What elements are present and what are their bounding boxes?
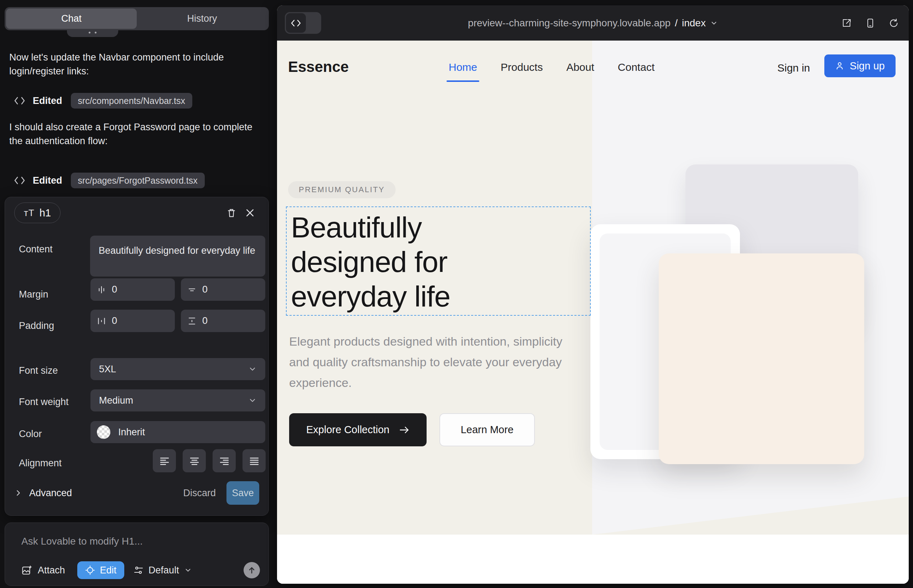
chevron-down-icon — [248, 396, 257, 405]
attach-label: Attach — [38, 565, 65, 576]
url-domain: preview--charming-site-symphony.lovable.… — [468, 18, 670, 29]
content-input[interactable]: Beautifully designed for everyday life — [90, 236, 265, 276]
cta-primary-label: Explore Collection — [306, 424, 390, 436]
open-in-new-tab-button[interactable] — [839, 15, 855, 31]
color-label: Color — [19, 428, 42, 439]
arrow-right-icon — [399, 425, 410, 435]
margin-x-input[interactable]: 0 — [91, 278, 175, 301]
composer-toolbar: Attach Edit Default — [17, 561, 260, 579]
align-center-button[interactable] — [183, 449, 206, 472]
align-left-button[interactable] — [153, 449, 176, 472]
explore-collection-button[interactable]: Explore Collection — [289, 413, 427, 446]
site-navbar: Essence Home Products About Contact Sign… — [277, 40, 909, 94]
chat-history-tabbar: Chat History — [5, 7, 269, 30]
premium-quality-badge: PREMIUM QUALITY — [288, 181, 396, 198]
color-value: Inherit — [118, 427, 145, 438]
tab-chat[interactable]: Chat — [6, 8, 137, 29]
align-right-button[interactable] — [212, 449, 236, 472]
sliders-icon — [134, 565, 144, 575]
font-weight-value: Medium — [99, 395, 133, 406]
app-root: Chat History Now let's update the Navbar… — [0, 0, 913, 588]
align-justify-button[interactable] — [243, 449, 265, 472]
align-center-icon — [189, 456, 200, 466]
nav-link-contact[interactable]: Contact — [618, 61, 654, 73]
signup-button[interactable]: Sign up — [824, 55, 895, 77]
padding-vertical-icon — [187, 317, 197, 326]
alignment-group — [153, 449, 265, 472]
margin-y-value: 0 — [202, 284, 207, 295]
advanced-toggle[interactable]: Advanced — [14, 488, 72, 499]
url-separator: / — [675, 18, 678, 29]
chat-input[interactable]: Ask Lovable to modify H1... — [21, 536, 252, 547]
preview-url[interactable]: preview--charming-site-symphony.lovable.… — [277, 5, 909, 40]
margin-y-input[interactable]: 0 — [181, 278, 265, 301]
discard-button[interactable]: Discard — [172, 488, 227, 499]
align-justify-icon — [249, 456, 260, 466]
margin-horizontal-icon — [97, 285, 106, 294]
site-logo[interactable]: Essence — [288, 58, 349, 76]
selected-element-pill[interactable]: тT h1 — [14, 202, 60, 223]
font-weight-select[interactable]: Medium — [91, 389, 265, 412]
color-select[interactable]: Inherit — [91, 421, 265, 443]
refresh-icon — [889, 18, 899, 28]
hero-description: Elegant products designed with intention… — [289, 331, 581, 393]
close-editor-button[interactable] — [241, 204, 259, 222]
padding-x-value: 0 — [112, 315, 117, 326]
edited-label: Edited — [33, 95, 62, 107]
advanced-label: Advanced — [29, 488, 72, 499]
external-link-icon — [842, 18, 852, 28]
padding-label: Padding — [19, 320, 54, 331]
chevron-right-icon — [14, 489, 22, 497]
nav-link-about[interactable]: About — [566, 61, 594, 73]
hero-cta-row: Explore Collection Learn More — [289, 413, 535, 446]
padding-x-input[interactable]: 0 — [91, 310, 175, 332]
tab-history[interactable]: History — [137, 8, 267, 29]
code-icon — [14, 97, 25, 105]
mode-selector[interactable]: Default — [134, 565, 192, 576]
close-icon — [244, 207, 255, 218]
mode-label: Default — [149, 565, 179, 576]
url-page: index — [682, 18, 706, 29]
scrolled-file-chip — [67, 30, 118, 37]
preview-browser-bar: preview--charming-site-symphony.lovable.… — [277, 5, 909, 40]
learn-more-button[interactable]: Learn More — [439, 413, 535, 446]
refresh-button[interactable] — [886, 15, 902, 31]
chat-sidebar: Chat History Now let's update the Navbar… — [0, 0, 276, 588]
send-button[interactable] — [244, 562, 260, 578]
attach-button[interactable]: Attach — [17, 565, 70, 576]
site-nav-links: Home Products About Contact — [448, 61, 654, 73]
font-size-label: Font size — [19, 365, 58, 376]
alignment-label: Alignment — [19, 458, 62, 469]
font-size-select[interactable]: 5XL — [91, 358, 265, 380]
assistant-message: I should also create a Forgot Password p… — [9, 120, 255, 148]
signin-link[interactable]: Sign in — [777, 62, 810, 74]
edited-file-row: Edited src/components/Navbar.tsx — [14, 93, 192, 108]
font-weight-label: Font weight — [19, 396, 69, 407]
hero-heading[interactable]: Beautifully designed for everyday life — [291, 210, 540, 313]
padding-y-value: 0 — [202, 315, 207, 326]
trash-icon — [226, 207, 237, 218]
nav-link-home[interactable]: Home — [448, 61, 477, 73]
delete-element-button[interactable] — [222, 204, 241, 222]
chevron-down-icon — [248, 365, 257, 373]
typography-icon: тT — [24, 207, 34, 218]
edited-file-pill[interactable]: src/components/Navbar.tsx — [71, 93, 193, 108]
h1-selection-outline[interactable]: Beautifully designed for everyday life — [286, 207, 591, 316]
margin-x-value: 0 — [112, 284, 117, 295]
editor-header: тT h1 — [14, 202, 259, 223]
padding-y-input[interactable]: 0 — [181, 310, 265, 332]
target-icon — [85, 565, 95, 575]
edit-mode-button[interactable]: Edit — [77, 561, 125, 579]
nav-link-products[interactable]: Products — [501, 61, 543, 73]
chat-composer: Ask Lovable to modify H1... Attach Edit … — [5, 522, 269, 586]
edited-file-pill[interactable]: src/pages/ForgotPassword.tsx — [71, 173, 205, 188]
mobile-view-button[interactable] — [863, 15, 878, 31]
edited-file-row: Edited src/pages/ForgotPassword.tsx — [14, 173, 205, 188]
assistant-message: Now let's update the Navbar component to… — [9, 50, 255, 78]
align-right-icon — [219, 456, 230, 466]
color-swatch-transparent — [97, 425, 110, 439]
save-button[interactable]: Save — [227, 481, 259, 505]
preview-window: preview--charming-site-symphony.lovable.… — [277, 5, 909, 584]
arrow-up-icon — [248, 566, 256, 575]
chevron-down-icon — [184, 566, 192, 574]
